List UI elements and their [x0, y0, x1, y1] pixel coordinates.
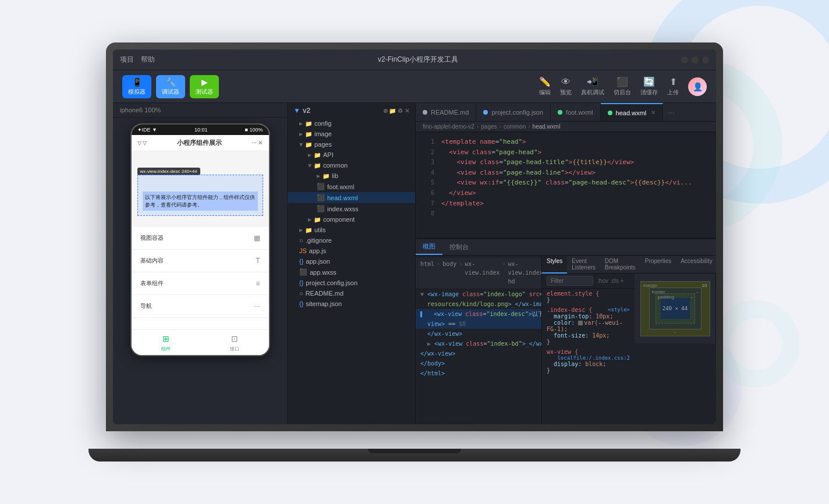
- elements-line-8[interactable]: </body>: [416, 359, 541, 368]
- elements-line-5[interactable]: </wx-view>: [416, 329, 541, 339]
- tree-readme[interactable]: ○ README.md: [288, 288, 415, 299]
- tree-app-wxss[interactable]: ⬛ app.wxss: [288, 267, 415, 278]
- simulate-button[interactable]: 📱 模拟器: [122, 75, 151, 98]
- tree-config[interactable]: ▶ 📁 config: [288, 118, 415, 129]
- tree-common[interactable]: ▶ 📁 common: [288, 160, 415, 171]
- tree-app-js[interactable]: JS app.js: [288, 246, 415, 256]
- upload-action[interactable]: ⬆ 上传: [667, 76, 679, 97]
- bc-wx-view-index[interactable]: wx-view.index: [465, 260, 499, 287]
- debug-icon: 🔧: [166, 77, 176, 87]
- tree-pages[interactable]: ▶ 📁 pages: [288, 139, 415, 150]
- styles-wx-view-rule: wx-view { localfile:/.index.css:2 displa…: [542, 347, 635, 375]
- elements-line-1[interactable]: ▼ <wx-image class="index-logo" src="../r…: [416, 289, 541, 299]
- tree-index-wxss[interactable]: ⬛ index.wxss: [288, 203, 415, 214]
- devtools-tab-overview[interactable]: 概图: [416, 239, 442, 255]
- wx-view-source-link[interactable]: localfile:/.index.css:2: [557, 355, 630, 361]
- folder-icon: 📁: [314, 152, 321, 158]
- edit-action[interactable]: ✏️ 编辑: [539, 76, 551, 97]
- tree-lib[interactable]: ▶ 📁 lib: [288, 171, 415, 181]
- rule-close-1: }: [547, 339, 550, 345]
- wxss-file-icon: ⬛: [299, 268, 307, 276]
- prop-display: display: [554, 361, 578, 367]
- tab-dom-breakpoints[interactable]: DOM Breakpoints: [600, 255, 640, 274]
- nav-interface[interactable]: ⊡ 接口: [229, 333, 240, 352]
- elements-line-3[interactable]: <wx-view class="index-desc">以下将展示小程序官方组件…: [416, 309, 541, 319]
- color-swatch: [578, 321, 583, 325]
- styles-element-rule: element.style { }: [542, 289, 635, 305]
- tree-item-label: project.config.json: [306, 279, 357, 286]
- md-file-icon: ○: [299, 290, 303, 297]
- tab-readme[interactable]: README.md: [416, 103, 476, 121]
- menu-item-forms[interactable]: 表单组件 ≡: [132, 272, 269, 295]
- element-style-close: }: [547, 297, 550, 303]
- tree-api[interactable]: ▶ 📁 API: [288, 150, 415, 160]
- code-line-7: 7 </template>: [416, 198, 716, 209]
- device-debug-action[interactable]: 📲 真机调试: [581, 76, 604, 97]
- laptop: 项目 帮助 v2-FinClip小程序开发工具 📱: [106, 42, 723, 462]
- clear-cache-icon: 🔄: [643, 76, 655, 87]
- menu-item-views[interactable]: 视图容器 ▦: [132, 227, 269, 250]
- wxss-file-icon: ⬛: [317, 205, 325, 212]
- win-maximize-button[interactable]: [702, 56, 709, 63]
- tree-head-wxml[interactable]: ⬛ head.wxml: [288, 192, 415, 203]
- prop-color: color: [554, 320, 571, 326]
- bc-wx-view-index-hd[interactable]: wx-view.index-hd: [508, 260, 542, 287]
- folder-icon: 📁: [305, 227, 312, 233]
- breadcrumb-sep-0: ›: [477, 123, 479, 130]
- bc-html[interactable]: html: [420, 260, 434, 287]
- tab-close-icon[interactable]: ✕: [651, 109, 656, 116]
- bc-body[interactable]: body: [442, 260, 456, 287]
- background-action[interactable]: ⬛ 切后台: [614, 76, 631, 97]
- tree-component[interactable]: ▶ 📁 component: [288, 214, 415, 225]
- styles-filter-input[interactable]: [547, 276, 593, 286]
- elements-line-7[interactable]: </wx-view>: [416, 349, 541, 359]
- tree-app-json[interactable]: {} app.json: [288, 256, 415, 267]
- tree-root-icon: ▼: [293, 107, 300, 115]
- tab-project-config[interactable]: project.config.json: [476, 103, 551, 121]
- folder-icon: 📁: [314, 162, 321, 169]
- clear-cache-action[interactable]: 🔄 清缓存: [640, 76, 658, 97]
- elements-line-2[interactable]: resources/kind/logo.png>_</wx-image>: [416, 299, 541, 309]
- tree-project-config[interactable]: {} project.config.json: [288, 278, 415, 288]
- elements-line-9[interactable]: </html>: [416, 368, 541, 378]
- test-button[interactable]: ▶ 测试器: [190, 75, 219, 98]
- tab-foot-wxml[interactable]: foot.wxml: [551, 103, 600, 121]
- tab-icon-readme: [423, 110, 427, 115]
- tab-properties[interactable]: Properties: [640, 255, 676, 274]
- debug-button[interactable]: 🔧 调试器: [156, 75, 185, 98]
- menu-item-nav[interactable]: 导航 ···: [132, 295, 269, 318]
- tab-accessibility[interactable]: Accessibility: [676, 255, 716, 274]
- elements-line-6[interactable]: ▶ <wx-view class="index-bd">_</wx-view>: [416, 339, 541, 349]
- win-close-button[interactable]: [681, 56, 688, 63]
- tree-gitignore[interactable]: ○ .gitignore: [288, 235, 415, 246]
- code-editor[interactable]: 1 <template name="head"> 2 <view class="…: [416, 132, 716, 238]
- menu-item-help[interactable]: 帮助: [141, 55, 155, 65]
- preview-action[interactable]: 👁 预览: [560, 77, 572, 97]
- tab-styles[interactable]: Styles: [542, 255, 567, 274]
- tab-head-wxml[interactable]: head.wxml ✕: [601, 103, 664, 121]
- tree-utils[interactable]: ▶ 📁 utils: [288, 225, 415, 235]
- user-avatar[interactable]: 👤: [688, 77, 707, 96]
- box-model: margin 10 - border -: [635, 274, 716, 343]
- tree-image[interactable]: ▶ 📁 image: [288, 129, 415, 139]
- status-right: ■ 100%: [245, 127, 263, 133]
- elements-line-4[interactable]: view> == $0: [416, 319, 541, 329]
- background-icon: ⬛: [617, 76, 628, 87]
- menu-item-project[interactable]: 项目: [120, 55, 134, 65]
- style-source-link[interactable]: <style>: [608, 307, 630, 313]
- devtools-tab-console[interactable]: 控制台: [442, 239, 476, 255]
- menu-item-basic[interactable]: 基础内容 T: [132, 250, 269, 272]
- tree-sitemap[interactable]: {} sitemap.json: [288, 299, 415, 309]
- val-margin-top: 10px;: [596, 313, 613, 320]
- tree-foot-wxml[interactable]: ⬛ foot.wxml: [288, 181, 415, 192]
- tree-item-label: utils: [314, 226, 326, 233]
- arrow-icon: ▶: [317, 173, 320, 179]
- nav-components[interactable]: ⊞ 组件: [160, 333, 172, 352]
- tab-more-button[interactable]: ···: [663, 103, 679, 121]
- win-minimize-button[interactable]: [692, 56, 699, 63]
- tree-item-label: head.wxml: [327, 194, 358, 201]
- tab-event-listeners[interactable]: Event Listeners: [567, 255, 600, 274]
- file-icon: ○: [299, 237, 303, 244]
- elements-panel[interactable]: html › body › wx-view.index › wx-view.in…: [416, 255, 541, 424]
- menu-item-basic-label: 基础内容: [140, 257, 164, 265]
